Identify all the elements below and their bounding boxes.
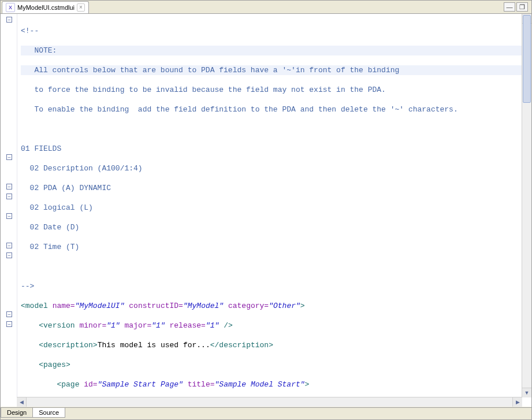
code-token: "1" — [206, 321, 219, 330]
code-token: "Sample Model Start" — [215, 380, 305, 389]
fold-toggle[interactable]: − — [6, 243, 12, 248]
editor-tab[interactable]: X MyModelUI.cstmdlui × — [2, 1, 89, 13]
minimize-button[interactable]: — — [504, 2, 515, 12]
close-icon[interactable]: × — [77, 3, 85, 12]
fold-toggle[interactable]: − — [6, 194, 12, 199]
code-token: to force the binding to be invalid becau… — [21, 86, 386, 94]
code-token: > — [300, 302, 305, 310]
code-token: 02 Time (T) — [21, 243, 79, 251]
scroll-left-arrow-icon[interactable]: ◀ — [17, 397, 27, 407]
code-token: description — [43, 341, 93, 350]
window-buttons: — ❐ — [504, 2, 528, 12]
code-token: model — [25, 302, 48, 310]
fold-toggle[interactable]: − — [6, 321, 12, 327]
code-token: major= — [124, 321, 151, 330]
fold-toggle[interactable]: − — [6, 154, 12, 160]
code-token: constructID= — [129, 302, 183, 310]
code-token: description — [219, 341, 269, 350]
code-token: > — [93, 341, 98, 350]
code-token: <!-- — [21, 27, 39, 35]
code-token: --> — [21, 282, 34, 291]
code-token: > — [269, 341, 273, 350]
code-token: name= — [53, 302, 75, 310]
code-token: version — [43, 321, 75, 330]
code-area: − − − − − − − − − <!-- NOTE: All control… — [1, 13, 531, 407]
maximize-button[interactable]: ❐ — [516, 2, 528, 12]
code-token: "MyModel" — [183, 302, 224, 310]
fold-toggle[interactable]: − — [6, 311, 12, 317]
code-token: > — [66, 360, 70, 369]
fold-toggle[interactable]: − — [6, 17, 12, 23]
fold-toggle[interactable]: − — [6, 252, 12, 258]
code-viewport[interactable]: <!-- NOTE: All controls below that are b… — [17, 14, 531, 407]
tab-bar: X MyModelUI.cstmdlui × — ❐ — [1, 1, 531, 13]
fold-toggle[interactable]: − — [6, 184, 12, 189]
vertical-scrollbar[interactable]: ▲ ▼ — [522, 14, 531, 397]
code-token: "MyModelUI" — [75, 302, 125, 310]
code-token: 02 logical (L) — [21, 203, 93, 212]
code-token: "Other" — [269, 302, 300, 310]
scroll-right-arrow-icon[interactable]: ▶ — [512, 397, 522, 407]
code-token: id= — [84, 380, 97, 389]
bottom-tab-bar: Design Source — [1, 407, 531, 419]
code-token: release= — [170, 321, 206, 330]
scroll-down-arrow-icon[interactable]: ▼ — [522, 388, 531, 397]
code-token: title= — [188, 380, 215, 389]
editor-frame: X MyModelUI.cstmdlui × — ❐ − − − − − − −… — [0, 0, 532, 420]
code-token: < — [39, 321, 43, 330]
code-token: All controls below that are bound to PDA… — [21, 66, 399, 75]
code-token: /> — [224, 321, 233, 330]
code-token: 02 PDA (A) DYNAMIC — [21, 184, 111, 192]
code-token: "1" — [106, 321, 120, 330]
code-token: 01 FIELDS — [21, 144, 61, 153]
code-token: 02 Date (D) — [21, 223, 79, 232]
code-token: minor= — [79, 321, 106, 330]
fold-toggle[interactable]: − — [6, 213, 12, 219]
file-type-icon: X — [6, 3, 15, 12]
code-token: </ — [210, 341, 220, 350]
code-token: < — [39, 360, 43, 369]
code-token: category= — [228, 302, 269, 310]
code-scroll[interactable]: <!-- NOTE: All controls below that are b… — [17, 14, 531, 407]
horizontal-scrollbar[interactable]: ◀ ▶ — [17, 397, 522, 407]
code-token: This model is used for... — [98, 341, 210, 350]
code-token: "1" — [151, 321, 165, 330]
code-token: "Sample Start Page" — [98, 380, 183, 389]
tab-source[interactable]: Source — [32, 408, 65, 418]
code-token: > — [305, 380, 310, 389]
code-token: < — [21, 302, 25, 310]
code-token: page — [61, 380, 79, 389]
code-token: pages — [43, 360, 66, 369]
code-token: 02 Description (A100/1:4) — [21, 164, 143, 173]
tab-design[interactable]: Design — [1, 408, 33, 418]
gutter: − − − − − − − − − — [1, 14, 17, 407]
code-token: < — [39, 341, 43, 350]
scrollbar-thumb[interactable] — [523, 15, 531, 103]
tab-filename: MyModelUI.cstmdlui — [17, 4, 75, 11]
code-token: To enable the binding add the field defi… — [21, 105, 458, 114]
code-token: NOTE: — [21, 46, 57, 55]
